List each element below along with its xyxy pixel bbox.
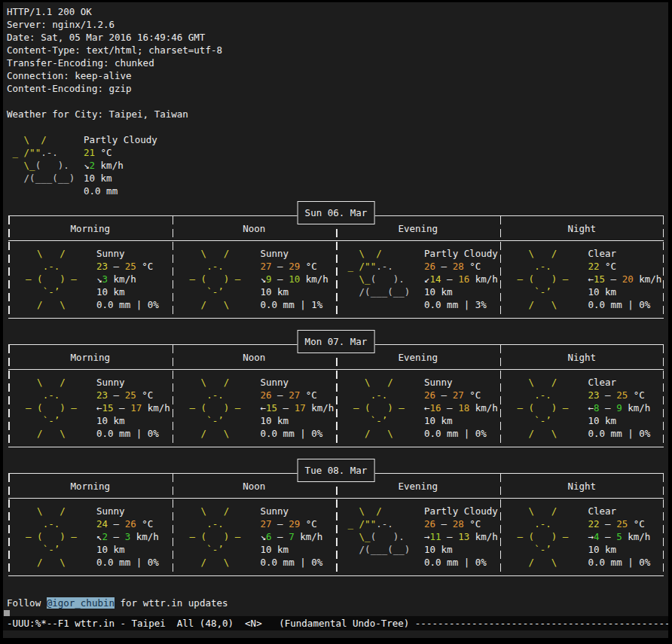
weather-art: \ / .-. – ( ) – `-’ / \ [506, 376, 576, 440]
weather-art: \ / .-. – ( ) – `-’ / \ [179, 376, 248, 440]
forecast-details: Partly Cloudy26 – 28 °C→11 – 13 km/h10 k… [424, 505, 498, 569]
column-separator [336, 345, 338, 447]
column-separator [173, 216, 174, 318]
column-separator [336, 216, 338, 318]
period-header-night: Night [500, 351, 664, 364]
forecast-details: Clear22 – 25 °C→4 – 5 km/h10 km0.0 mm | … [588, 505, 651, 569]
forecast-cell-evening: \ / _ /"".-. \_( ). /(___(__)Partly Clou… [336, 499, 500, 575]
current-details: Partly Cloudy21 °C↘2 km/h10 km0.0 mm [84, 133, 157, 197]
http-status-line: HTTP/1.1 200 OK [7, 5, 668, 18]
forecast-details: Clear22 °C←15 – 20 km/h10 km0.0 mm | 0% [588, 247, 662, 311]
weather-art: \ / .-. – ( ) – `-’ / \ [506, 505, 576, 569]
period-header-morning: Morning [8, 351, 173, 364]
blank-line [7, 95, 668, 108]
forecast-cell-night: \ / .-. – ( ) – `-’ / \Clear22 – 25 °C→4… [500, 499, 664, 575]
forecast-details: Sunny24 – 26 °C↖2 – 3 km/h10 km0.0 mm | … [96, 505, 159, 569]
terminal-window: HTTP/1.1 200 OK Server: nginx/1.2.6 Date… [3, 2, 668, 638]
column-separator [173, 345, 174, 447]
column-separator [663, 345, 664, 447]
date-box: Tue 08. Mar [298, 459, 375, 482]
emacs-buffer[interactable]: HTTP/1.1 200 OK Server: nginx/1.2.6 Date… [3, 2, 668, 622]
forecast-day: Mon 07. MarMorningNoonEveningNight \ / .… [8, 344, 664, 447]
forecast-details: Sunny27 – 29 °C↘9 – 10 km/h10 km0.0 mm |… [261, 247, 328, 311]
forecast-details: Sunny27 – 29 °C↘6 – 7 km/h10 km0.0 mm | … [261, 505, 323, 569]
http-header-transfer-encoding: Transfer-Encoding: chunked [7, 56, 668, 69]
forecast-day: Tue 08. MarMorningNoonEveningNight \ / .… [8, 473, 664, 576]
forecast-details: Sunny26 – 27 °C←16 – 18 km/h10 km0.0 mm … [424, 376, 498, 440]
period-header-morning: Morning [8, 222, 173, 235]
forecast-cell-noon: \ / .-. – ( ) – `-’ / \Sunny27 – 29 °C↘6… [173, 499, 337, 575]
column-separator [500, 474, 502, 575]
twitter-handle-link[interactable]: @igor_chubin [47, 597, 115, 609]
http-header-content-type: Content-Type: text/html; charset=utf-8 [7, 44, 668, 56]
city-title: Weather for City: Taipei, Taiwan [7, 108, 668, 121]
follow-suffix: for wttr.in updates [115, 597, 228, 609]
forecast-cell-morning: \ / .-. – ( ) – `-’ / \Sunny24 – 26 °C↖2… [8, 499, 173, 575]
weather-art: \ / .-. – ( ) – `-’ / \ [179, 247, 248, 311]
http-header-date: Date: Sat, 05 Mar 2016 16:49:46 GMT [7, 31, 668, 44]
weather-art: \ / .-. – ( ) – `-’ / \ [506, 247, 576, 311]
forecast-cell-noon: \ / .-. – ( ) – `-’ / \Sunny26 – 27 °C←1… [173, 370, 337, 447]
column-separator [8, 216, 10, 318]
weather-art: \ / .-. – ( ) – `-’ / \ [342, 376, 411, 440]
forecast-cell-morning: \ / .-. – ( ) – `-’ / \Sunny23 – 25 °C↘3… [8, 241, 173, 318]
date-box: Sun 06. Mar [298, 201, 375, 224]
forecast-cell-night: \ / .-. – ( ) – `-’ / \Clear22 °C←15 – 2… [500, 241, 664, 318]
current-conditions: \ / _ /"".-. \_( ). /(___(__)Partly Clou… [7, 133, 668, 197]
period-header-morning: Morning [8, 480, 173, 493]
emacs-modeline: -UUU:%*--F1 wttr.in - Taipei All (48,0) … [3, 616, 668, 630]
column-separator [8, 345, 10, 447]
weather-art: \ / _ /"".-. \_( ). /(___(__) [7, 133, 76, 197]
column-separator [8, 474, 10, 575]
weather-art: \ / .-. – ( ) – `-’ / \ [14, 505, 84, 569]
period-header-night: Night [500, 480, 664, 493]
weather-art: \ / _ /"".-. \_( ). /(___(__) [342, 247, 411, 311]
forecast-details: Sunny23 – 25 °C↘3 km/h10 km0.0 mm | 0% [96, 247, 159, 311]
forecast-cell-evening: \ / _ /"".-. \_( ). /(___(__)Partly Clou… [336, 241, 500, 318]
follow-prefix: Follow [7, 597, 47, 609]
http-header-server: Server: nginx/1.2.6 [7, 18, 668, 31]
column-separator [663, 216, 664, 318]
forecast-cell-noon: \ / .-. – ( ) – `-’ / \Sunny27 – 29 °C↘9… [173, 241, 337, 318]
weather-art: \ / .-. – ( ) – `-’ / \ [179, 505, 248, 569]
forecast-details: Sunny23 – 25 °C←15 – 17 km/h10 km0.0 mm … [96, 376, 170, 440]
forecast-day: Sun 06. MarMorningNoonEveningNight \ / .… [8, 215, 664, 319]
column-separator [500, 345, 502, 447]
date-box: Mon 07. Mar [298, 330, 375, 353]
weather-art: \ / .-. – ( ) – `-’ / \ [14, 376, 84, 440]
blank-line [7, 121, 668, 133]
column-separator [663, 474, 664, 575]
follow-line: Follow @igor_chubin for wttr.in updates [7, 597, 668, 609]
forecast-cell-night: \ / .-. – ( ) – `-’ / \Clear23 – 25 °C←8… [500, 370, 664, 447]
period-header-night: Night [500, 222, 664, 235]
weather-art: \ / .-. – ( ) – `-’ / \ [14, 247, 84, 311]
forecast-details: Clear23 – 25 °C←8 – 9 km/h10 km0.0 mm | … [588, 376, 651, 440]
forecast-details: Partly Cloudy26 – 28 °C↙14 – 16 km/h10 k… [424, 247, 498, 311]
http-header-connection: Connection: keep-alive [7, 69, 668, 82]
column-separator [336, 474, 338, 575]
column-separator [173, 474, 174, 575]
forecast-cell-evening: \ / .-. – ( ) – `-’ / \Sunny26 – 27 °C←1… [336, 370, 500, 447]
weather-art: \ / _ /"".-. \_( ). /(___(__) [342, 505, 411, 569]
forecast-cell-morning: \ / .-. – ( ) – `-’ / \Sunny23 – 25 °C←1… [8, 370, 173, 447]
column-separator [500, 216, 502, 318]
forecast-details: Sunny26 – 27 °C←15 – 17 km/h10 km0.0 mm … [261, 376, 334, 440]
forecast-days: Sun 06. MarMorningNoonEveningNight \ / .… [7, 215, 668, 576]
http-header-content-encoding: Content-Encoding: gzip [7, 82, 668, 95]
